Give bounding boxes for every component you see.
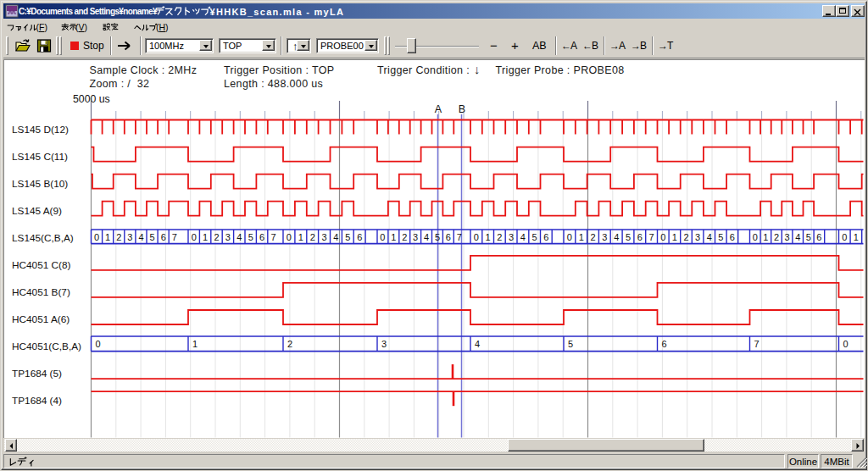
svg-text:6: 6 (662, 339, 667, 349)
svg-text:4: 4 (520, 232, 526, 242)
svg-text:6: 6 (637, 232, 643, 242)
svg-text:5: 5 (626, 232, 631, 242)
svg-text:1: 1 (579, 232, 584, 242)
svg-text:0: 0 (842, 232, 847, 242)
svg-text:0: 0 (96, 339, 101, 349)
svg-text:0: 0 (843, 339, 849, 349)
svg-text:5: 5 (806, 232, 811, 242)
svg-text:3: 3 (695, 232, 700, 242)
svg-text:2: 2 (497, 232, 502, 242)
svg-text:0: 0 (287, 232, 292, 242)
svg-text:1: 1 (763, 232, 768, 242)
svg-text:4: 4 (475, 339, 480, 349)
svg-text:1: 1 (105, 232, 110, 242)
svg-text:5: 5 (718, 232, 723, 242)
svg-text:LS145(C,B,A): LS145(C,B,A) (12, 232, 74, 244)
svg-text:1: 1 (298, 232, 303, 242)
svg-text:HC4051 A(6): HC4051 A(6) (12, 313, 70, 325)
svg-text:0: 0 (567, 232, 572, 242)
svg-text:5: 5 (150, 232, 155, 242)
svg-text:2: 2 (310, 232, 315, 242)
svg-text:HC4051 C(8): HC4051 C(8) (12, 259, 71, 271)
svg-text:3: 3 (381, 339, 387, 349)
svg-text:2: 2 (774, 232, 779, 242)
svg-text:5: 5 (568, 339, 573, 349)
svg-text:LS145 A(9): LS145 A(9) (12, 205, 62, 217)
svg-text:1: 1 (391, 232, 396, 242)
svg-text:3: 3 (602, 232, 607, 242)
svg-text:3: 3 (413, 232, 418, 242)
svg-text:4: 4 (138, 232, 143, 242)
svg-text:A: A (435, 103, 442, 115)
svg-text:6: 6 (543, 232, 548, 242)
svg-text:2: 2 (287, 339, 292, 349)
svg-text:7: 7 (457, 232, 462, 242)
svg-text:6: 6 (446, 232, 451, 242)
svg-text:0: 0 (474, 232, 479, 242)
svg-text:5: 5 (248, 232, 253, 242)
svg-text:6: 6 (730, 232, 735, 242)
svg-text:4: 4 (236, 232, 242, 242)
svg-text:6: 6 (816, 232, 821, 242)
svg-text:0: 0 (192, 232, 197, 242)
svg-text:1: 1 (672, 232, 677, 242)
svg-text:5: 5 (345, 232, 350, 242)
svg-text:5: 5 (435, 232, 440, 242)
svg-text:3: 3 (322, 232, 327, 242)
svg-text:7: 7 (754, 339, 760, 349)
svg-text:HC4051(C,B,A): HC4051(C,B,A) (12, 341, 81, 352)
svg-text:0: 0 (94, 232, 99, 242)
svg-text:7: 7 (649, 232, 654, 242)
svg-text:4: 4 (333, 232, 338, 242)
svg-text:0: 0 (660, 232, 665, 242)
svg-text:0: 0 (380, 232, 385, 242)
svg-text:HC4051 B(7): HC4051 B(7) (12, 286, 70, 298)
svg-text:1: 1 (486, 232, 491, 242)
svg-text:6: 6 (357, 232, 362, 242)
svg-text:TP1684 (5): TP1684 (5) (12, 368, 62, 380)
svg-text:7: 7 (270, 232, 275, 242)
svg-text:2: 2 (402, 232, 407, 242)
svg-text:1: 1 (192, 339, 198, 349)
svg-text:2: 2 (214, 232, 219, 242)
svg-text:4: 4 (795, 232, 800, 242)
svg-text:LS145 C(11): LS145 C(11) (12, 151, 68, 163)
svg-text:1: 1 (203, 232, 208, 242)
svg-text:LS145 B(10): LS145 B(10) (12, 178, 68, 190)
svg-text:4: 4 (707, 232, 712, 242)
svg-text:3: 3 (225, 232, 231, 242)
svg-text:4: 4 (424, 232, 429, 242)
svg-text:5: 5 (532, 232, 537, 242)
svg-text:4: 4 (614, 232, 619, 242)
svg-text:2: 2 (116, 232, 121, 242)
svg-text:B: B (459, 103, 465, 115)
svg-text:6: 6 (259, 232, 264, 242)
svg-text:2: 2 (590, 232, 595, 242)
svg-text:0: 0 (753, 232, 758, 242)
svg-text:5000 us: 5000 us (73, 93, 110, 105)
svg-text:3: 3 (509, 232, 514, 242)
svg-text:2: 2 (683, 232, 688, 242)
svg-text:LS145 D(12): LS145 D(12) (12, 124, 69, 136)
svg-text:7: 7 (172, 232, 177, 242)
svg-text:6: 6 (161, 232, 166, 242)
svg-text:TP1684 (4): TP1684 (4) (12, 395, 62, 407)
svg-text:3: 3 (127, 232, 132, 242)
svg-text:3: 3 (785, 232, 790, 242)
svg-text:1: 1 (854, 232, 859, 242)
